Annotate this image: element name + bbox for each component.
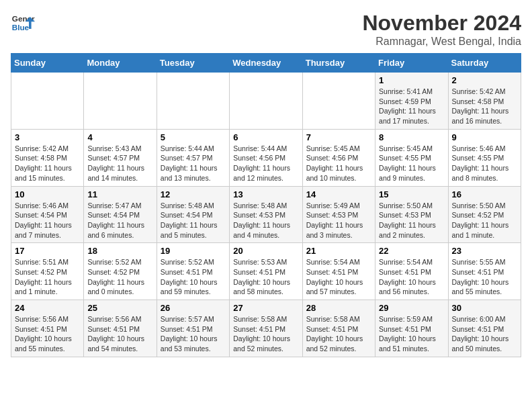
calendar-cell: 3Sunrise: 5:42 AM Sunset: 4:58 PM Daylig…	[11, 129, 84, 186]
cell-content: Sunrise: 5:52 AM Sunset: 4:52 PM Dayligh…	[87, 257, 152, 297]
calendar-cell: 10Sunrise: 5:46 AM Sunset: 4:54 PM Dayli…	[11, 186, 84, 243]
cell-content: Sunrise: 5:53 AM Sunset: 4:51 PM Dayligh…	[233, 257, 298, 297]
day-number: 30	[452, 303, 517, 313]
cell-content: Sunrise: 5:59 AM Sunset: 4:51 PM Dayligh…	[379, 314, 444, 354]
day-number: 8	[379, 132, 444, 142]
calendar-cell: 4Sunrise: 5:43 AM Sunset: 4:57 PM Daylig…	[84, 129, 157, 186]
cell-content: Sunrise: 5:54 AM Sunset: 4:51 PM Dayligh…	[306, 257, 371, 297]
calendar-cell: 13Sunrise: 5:48 AM Sunset: 4:53 PM Dayli…	[230, 186, 302, 243]
calendar-row: 3Sunrise: 5:42 AM Sunset: 4:58 PM Daylig…	[11, 129, 521, 186]
day-number: 1	[379, 75, 444, 85]
title-area: November 2024 Ramnagar, West Bengal, Ind…	[362, 11, 521, 48]
day-number: 13	[233, 189, 298, 199]
day-number: 19	[161, 246, 226, 256]
calendar-cell: 28Sunrise: 5:58 AM Sunset: 4:51 PM Dayli…	[302, 300, 375, 357]
calendar-cell: 26Sunrise: 5:57 AM Sunset: 4:51 PM Dayli…	[157, 300, 229, 357]
calendar-cell: 1Sunrise: 5:41 AM Sunset: 4:59 PM Daylig…	[375, 73, 448, 130]
weekday-wednesday: Wednesday	[230, 54, 302, 73]
cell-content: Sunrise: 5:57 AM Sunset: 4:51 PM Dayligh…	[161, 314, 226, 354]
day-number: 9	[452, 132, 517, 142]
cell-content: Sunrise: 5:47 AM Sunset: 4:54 PM Dayligh…	[87, 201, 152, 240]
calendar-cell: 8Sunrise: 5:45 AM Sunset: 4:55 PM Daylig…	[375, 129, 448, 186]
calendar-cell: 2Sunrise: 5:42 AM Sunset: 4:58 PM Daylig…	[448, 73, 521, 130]
calendar-cell: 16Sunrise: 5:50 AM Sunset: 4:52 PM Dayli…	[448, 186, 521, 243]
weekday-tuesday: Tuesday	[157, 54, 229, 73]
day-number: 24	[15, 303, 80, 313]
weekday-sunday: Sunday	[11, 54, 84, 73]
day-number: 22	[379, 246, 444, 256]
cell-content: Sunrise: 5:56 AM Sunset: 4:51 PM Dayligh…	[15, 314, 80, 354]
location: Ramnagar, West Bengal, India	[362, 36, 521, 48]
calendar-cell: 14Sunrise: 5:49 AM Sunset: 4:53 PM Dayli…	[302, 186, 375, 243]
day-number: 10	[15, 189, 80, 199]
calendar-cell: 21Sunrise: 5:54 AM Sunset: 4:51 PM Dayli…	[302, 243, 375, 300]
cell-content: Sunrise: 5:56 AM Sunset: 4:51 PM Dayligh…	[87, 314, 152, 354]
calendar-cell	[302, 73, 375, 130]
cell-content: Sunrise: 5:55 AM Sunset: 4:51 PM Dayligh…	[452, 257, 517, 297]
calendar-cell: 23Sunrise: 5:55 AM Sunset: 4:51 PM Dayli…	[448, 243, 521, 300]
day-number: 17	[15, 246, 80, 256]
day-number: 4	[87, 132, 152, 142]
calendar-cell: 22Sunrise: 5:54 AM Sunset: 4:51 PM Dayli…	[375, 243, 448, 300]
calendar-cell: 5Sunrise: 5:44 AM Sunset: 4:57 PM Daylig…	[157, 129, 229, 186]
cell-content: Sunrise: 5:58 AM Sunset: 4:51 PM Dayligh…	[306, 314, 371, 354]
day-number: 28	[306, 303, 371, 313]
calendar-cell: 20Sunrise: 5:53 AM Sunset: 4:51 PM Dayli…	[230, 243, 302, 300]
calendar-cell: 25Sunrise: 5:56 AM Sunset: 4:51 PM Dayli…	[84, 300, 157, 357]
cell-content: Sunrise: 5:50 AM Sunset: 4:52 PM Dayligh…	[452, 201, 517, 240]
cell-content: Sunrise: 5:49 AM Sunset: 4:53 PM Dayligh…	[306, 201, 371, 240]
calendar-cell: 15Sunrise: 5:50 AM Sunset: 4:53 PM Dayli…	[375, 186, 448, 243]
cell-content: Sunrise: 5:48 AM Sunset: 4:53 PM Dayligh…	[233, 201, 298, 240]
cell-content: Sunrise: 5:42 AM Sunset: 4:58 PM Dayligh…	[452, 87, 517, 126]
weekday-monday: Monday	[84, 54, 157, 73]
weekday-thursday: Thursday	[302, 54, 375, 73]
weekday-saturday: Saturday	[448, 54, 521, 73]
cell-content: Sunrise: 5:44 AM Sunset: 4:57 PM Dayligh…	[161, 144, 226, 183]
day-number: 12	[161, 189, 226, 199]
logo-icon: General Blue	[11, 11, 35, 35]
cell-content: Sunrise: 5:44 AM Sunset: 4:56 PM Dayligh…	[233, 144, 298, 183]
calendar-row: 24Sunrise: 5:56 AM Sunset: 4:51 PM Dayli…	[11, 300, 521, 357]
calendar-row: 10Sunrise: 5:46 AM Sunset: 4:54 PM Dayli…	[11, 186, 521, 243]
cell-content: Sunrise: 5:58 AM Sunset: 4:51 PM Dayligh…	[233, 314, 298, 354]
calendar-row: 17Sunrise: 5:51 AM Sunset: 4:52 PM Dayli…	[11, 243, 521, 300]
day-number: 20	[233, 246, 298, 256]
cell-content: Sunrise: 5:46 AM Sunset: 4:54 PM Dayligh…	[15, 201, 80, 240]
calendar-cell: 27Sunrise: 5:58 AM Sunset: 4:51 PM Dayli…	[230, 300, 302, 357]
calendar-table: SundayMondayTuesdayWednesdayThursdayFrid…	[11, 53, 521, 357]
cell-content: Sunrise: 5:46 AM Sunset: 4:55 PM Dayligh…	[452, 144, 517, 183]
calendar-cell: 18Sunrise: 5:52 AM Sunset: 4:52 PM Dayli…	[84, 243, 157, 300]
calendar-cell: 24Sunrise: 5:56 AM Sunset: 4:51 PM Dayli…	[11, 300, 84, 357]
weekday-header-row: SundayMondayTuesdayWednesdayThursdayFrid…	[11, 54, 521, 73]
day-number: 16	[452, 189, 517, 199]
day-number: 6	[233, 132, 298, 142]
day-number: 21	[306, 246, 371, 256]
day-number: 23	[452, 246, 517, 256]
day-number: 11	[87, 189, 152, 199]
calendar-cell: 30Sunrise: 6:00 AM Sunset: 4:51 PM Dayli…	[448, 300, 521, 357]
day-number: 3	[15, 132, 80, 142]
cell-content: Sunrise: 5:43 AM Sunset: 4:57 PM Dayligh…	[87, 144, 152, 183]
cell-content: Sunrise: 5:45 AM Sunset: 4:55 PM Dayligh…	[379, 144, 444, 183]
day-number: 5	[161, 132, 226, 142]
cell-content: Sunrise: 5:52 AM Sunset: 4:51 PM Dayligh…	[161, 257, 226, 297]
calendar-cell	[157, 73, 229, 130]
calendar-cell: 19Sunrise: 5:52 AM Sunset: 4:51 PM Dayli…	[157, 243, 229, 300]
day-number: 27	[233, 303, 298, 313]
day-number: 2	[452, 75, 517, 85]
calendar-cell	[230, 73, 302, 130]
cell-content: Sunrise: 5:41 AM Sunset: 4:59 PM Dayligh…	[379, 87, 444, 126]
cell-content: Sunrise: 5:54 AM Sunset: 4:51 PM Dayligh…	[379, 257, 444, 297]
calendar-cell	[84, 73, 157, 130]
cell-content: Sunrise: 5:50 AM Sunset: 4:53 PM Dayligh…	[379, 201, 444, 240]
cell-content: Sunrise: 6:00 AM Sunset: 4:51 PM Dayligh…	[452, 314, 517, 354]
day-number: 15	[379, 189, 444, 199]
calendar-cell: 12Sunrise: 5:48 AM Sunset: 4:54 PM Dayli…	[157, 186, 229, 243]
cell-content: Sunrise: 5:48 AM Sunset: 4:54 PM Dayligh…	[161, 201, 226, 240]
day-number: 14	[306, 189, 371, 199]
cell-content: Sunrise: 5:51 AM Sunset: 4:52 PM Dayligh…	[15, 257, 80, 297]
logo: General Blue	[11, 11, 35, 35]
month-title: November 2024	[362, 11, 521, 36]
day-number: 7	[306, 132, 371, 142]
day-number: 26	[161, 303, 226, 313]
